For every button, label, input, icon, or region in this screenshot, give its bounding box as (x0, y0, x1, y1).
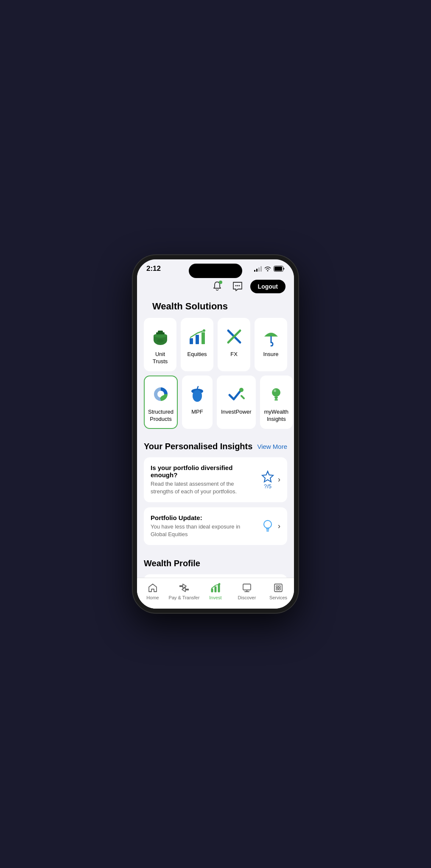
mywealth-tile[interactable]: myWealthInsights (260, 376, 293, 429)
svg-rect-13 (202, 332, 205, 344)
star-rating: ?/5 (261, 470, 274, 490)
svg-point-25 (239, 388, 243, 392)
structured-products-icon (150, 383, 172, 405)
tab-services[interactable]: Services (263, 582, 294, 600)
svg-rect-44 (215, 587, 216, 592)
svg-point-4 (238, 285, 240, 287)
wealth-solutions-section: Wealth Solutions (137, 298, 294, 429)
svg-point-46 (218, 583, 220, 585)
insure-label: Insure (263, 351, 278, 358)
svg-point-27 (272, 388, 280, 397)
svg-rect-52 (279, 586, 280, 587)
header-bar: Logout (137, 275, 294, 298)
view-more-button[interactable]: View More (257, 443, 287, 450)
insure-tile[interactable]: Insure (255, 318, 287, 371)
svg-rect-11 (190, 338, 193, 344)
notification-button[interactable] (210, 279, 225, 294)
svg-point-2 (235, 285, 236, 287)
svg-rect-9 (158, 331, 163, 333)
fx-icon (223, 326, 245, 348)
svg-point-23 (193, 390, 202, 402)
fx-tile[interactable]: FX (218, 318, 250, 371)
discover-tab-icon (241, 582, 252, 593)
unit-trusts-icon (149, 326, 171, 348)
unit-trusts-tile[interactable]: Unit Trusts (144, 318, 176, 371)
svg-rect-28 (274, 397, 278, 398)
portfolio-update-title: Portfolio Update: (151, 514, 256, 521)
svg-point-31 (274, 389, 276, 392)
phone-frame: 2:12 (133, 255, 298, 613)
lightbulb-icon (261, 519, 274, 534)
portfolio-diversified-right: ?/5 › (261, 470, 280, 490)
pay-transfer-tab-label: Pay & Transfer (169, 595, 200, 600)
insights-section: Your Personalised Insights View More Is … (137, 433, 294, 545)
svg-rect-29 (275, 398, 277, 399)
status-bar: 2:12 (137, 259, 294, 275)
discover-tab-label: Discover (238, 595, 256, 600)
mywealth-label: myWealthInsights (264, 409, 289, 423)
svg-rect-30 (274, 399, 278, 401)
mywealth-icon (265, 383, 287, 405)
structured-products-tile[interactable]: StructuredProducts (144, 376, 178, 429)
chat-button[interactable] (230, 279, 245, 294)
home-tab-label: Home (146, 595, 159, 600)
portfolio-diversified-chevron: › (278, 475, 280, 484)
svg-line-24 (197, 387, 198, 389)
services-tab-label: Services (269, 595, 287, 600)
tab-pay-transfer[interactable]: Pay & Transfer (168, 582, 200, 600)
portfolio-update-content: Portfolio Update: You have less than ide… (151, 514, 261, 538)
svg-point-33 (264, 520, 271, 528)
investpower-icon (225, 383, 247, 405)
svg-rect-47 (243, 584, 251, 590)
scroll-content[interactable]: Logout Wealth Solutions (137, 275, 294, 609)
portfolio-update-desc: You have less than ideal exposure in Glo… (151, 523, 256, 538)
svg-rect-54 (279, 588, 280, 590)
battery-icon (274, 266, 285, 272)
svg-rect-43 (211, 589, 213, 592)
equities-label: Equities (187, 351, 207, 358)
grid-row-2: StructuredProducts (144, 376, 287, 429)
tab-home[interactable]: Home (137, 582, 168, 600)
tab-invest[interactable]: Invest (200, 582, 231, 600)
mpf-tile[interactable]: MPF (182, 376, 213, 429)
svg-rect-50 (274, 584, 282, 592)
notch (189, 264, 242, 278)
svg-rect-1 (274, 267, 282, 271)
signal-icon (254, 266, 262, 272)
svg-rect-12 (196, 335, 199, 344)
svg-rect-51 (276, 586, 278, 587)
wifi-icon (264, 266, 271, 271)
pay-transfer-tab-icon (179, 582, 190, 593)
wealth-solutions-title: Wealth Solutions (144, 298, 287, 318)
portfolio-update-card[interactable]: Portfolio Update: You have less than ide… (144, 507, 287, 545)
svg-rect-53 (276, 588, 278, 590)
portfolio-diversified-card[interactable]: Is your portfolio diversified enough? Re… (144, 457, 287, 502)
investpower-tile[interactable]: InvestPower (217, 376, 256, 429)
tab-discover[interactable]: Discover (231, 582, 263, 600)
insure-icon (260, 326, 282, 348)
portfolio-diversified-title: Is your portfolio diversified enough? (151, 464, 256, 479)
structured-products-label: StructuredProducts (148, 409, 174, 423)
notification-dot (219, 281, 222, 284)
status-icons (254, 266, 285, 272)
fx-label: FX (230, 351, 238, 358)
svg-point-3 (237, 285, 238, 287)
portfolio-diversified-content: Is your portfolio diversified enough? Re… (151, 464, 261, 495)
unit-trusts-label: Unit Trusts (148, 351, 172, 365)
svg-point-14 (203, 329, 205, 332)
star-score: ?/5 (264, 483, 271, 490)
svg-marker-32 (262, 471, 273, 482)
grid-row-1: Unit Trusts Equities (144, 318, 287, 371)
svg-point-10 (157, 339, 164, 342)
logout-button[interactable]: Logout (250, 280, 285, 293)
status-time: 2:12 (146, 264, 161, 273)
svg-rect-45 (218, 584, 220, 592)
equities-tile[interactable]: Equities (181, 318, 213, 371)
portfolio-update-chevron: › (278, 522, 280, 531)
invest-tab-label: Invest (209, 595, 221, 600)
tab-bar: Home Pay & Transfer Inves (137, 578, 294, 609)
svg-point-20 (159, 392, 163, 396)
services-tab-icon (273, 582, 284, 593)
svg-line-26 (241, 396, 244, 398)
wealth-profile-title: Wealth Profile (144, 559, 287, 568)
